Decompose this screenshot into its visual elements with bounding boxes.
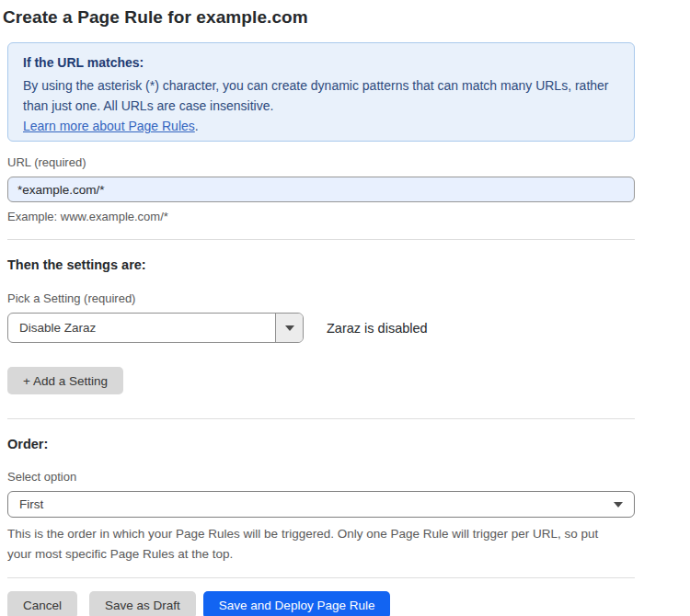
- order-section-heading: Order:: [7, 437, 635, 451]
- setting-select-value: Disable Zaraz: [8, 314, 275, 342]
- page-rule-form: Create a Page Rule for example.com If th…: [0, 0, 690, 616]
- url-matches-info-box: If the URL matches: By using the asteris…: [7, 42, 635, 142]
- setting-row: Disable Zaraz Zaraz is disabled: [7, 313, 635, 343]
- url-input[interactable]: [7, 177, 635, 202]
- settings-section-heading: Then the settings are:: [7, 257, 635, 272]
- add-setting-button[interactable]: + Add a Setting: [7, 367, 123, 394]
- url-example-text: Example: www.example.com/*: [7, 210, 635, 223]
- order-select[interactable]: First: [7, 491, 635, 518]
- save-as-draft-button[interactable]: Save as Draft: [89, 591, 196, 616]
- pick-setting-label: Pick a Setting (required): [7, 291, 635, 305]
- cancel-button[interactable]: Cancel: [7, 591, 77, 616]
- link-period: .: [195, 119, 199, 133]
- learn-more-link[interactable]: Learn more about Page Rules: [23, 119, 195, 133]
- setting-select[interactable]: Disable Zaraz: [7, 313, 304, 343]
- order-help-text: This is the order in which your Page Rul…: [7, 524, 626, 565]
- form-actions: Cancel Save as Draft Save and Deploy Pag…: [7, 591, 635, 616]
- divider: [7, 418, 635, 419]
- info-box-body: By using the asterisk (*) character, you…: [23, 75, 612, 136]
- order-select-value: First: [19, 497, 614, 511]
- url-field-label: URL (required): [7, 155, 635, 169]
- setting-status-text: Zaraz is disabled: [327, 321, 428, 336]
- chevron-down-icon: [285, 325, 294, 331]
- divider: [7, 577, 635, 578]
- info-box-body-text: By using the asterisk (*) character, you…: [23, 78, 609, 113]
- info-box-heading: If the URL matches:: [23, 55, 619, 70]
- save-and-deploy-button[interactable]: Save and Deploy Page Rule: [203, 591, 391, 616]
- page-title: Create a Page Rule for example.com: [3, 7, 690, 28]
- divider: [7, 239, 635, 240]
- order-select-label: Select option: [7, 470, 635, 484]
- setting-select-arrow-button[interactable]: [275, 314, 303, 342]
- chevron-down-icon: [614, 502, 623, 508]
